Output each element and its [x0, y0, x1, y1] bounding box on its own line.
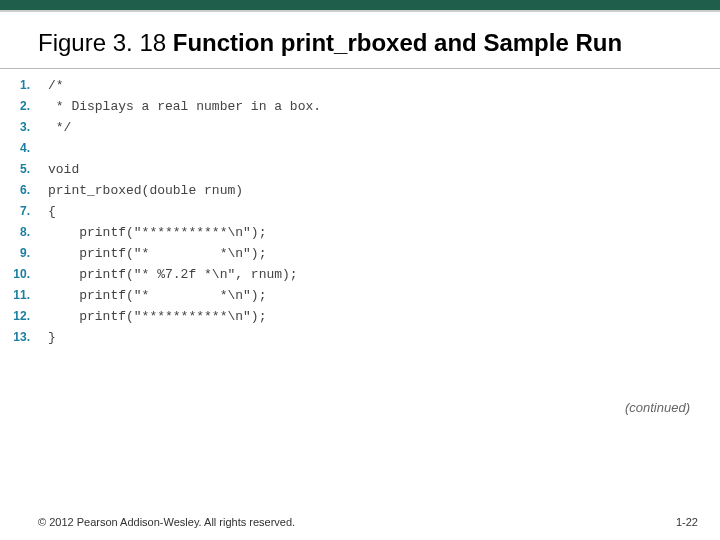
line-number: 4.: [0, 138, 30, 159]
code-listing: 1.2.3.4.5.6.7.8.9.10.11.12.13. /* * Disp…: [0, 68, 720, 348]
line-number: 3.: [0, 117, 30, 138]
code-body: /* * Displays a real number in a box. */…: [48, 75, 321, 348]
continued-label: (continued): [625, 400, 690, 415]
line-number: 10.: [0, 264, 30, 285]
line-number: 2.: [0, 96, 30, 117]
line-number: 7.: [0, 201, 30, 222]
line-number: 13.: [0, 327, 30, 348]
line-number: 12.: [0, 306, 30, 327]
figure-title: Figure 3. 18 Function print_rboxed and S…: [38, 28, 682, 58]
figure-number: Figure 3. 18: [38, 29, 173, 56]
line-number: 6.: [0, 180, 30, 201]
figure-caption: Function print_rboxed and Sample Run: [173, 29, 622, 56]
page-number: 1-22: [676, 516, 698, 528]
line-number: 5.: [0, 159, 30, 180]
line-number: 1.: [0, 75, 30, 96]
line-number-gutter: 1.2.3.4.5.6.7.8.9.10.11.12.13.: [0, 75, 36, 348]
copyright-footer: © 2012 Pearson Addison-Wesley. All right…: [38, 516, 295, 528]
line-number: 9.: [0, 243, 30, 264]
top-accent-bar: [0, 0, 720, 12]
line-number: 11.: [0, 285, 30, 306]
line-number: 8.: [0, 222, 30, 243]
